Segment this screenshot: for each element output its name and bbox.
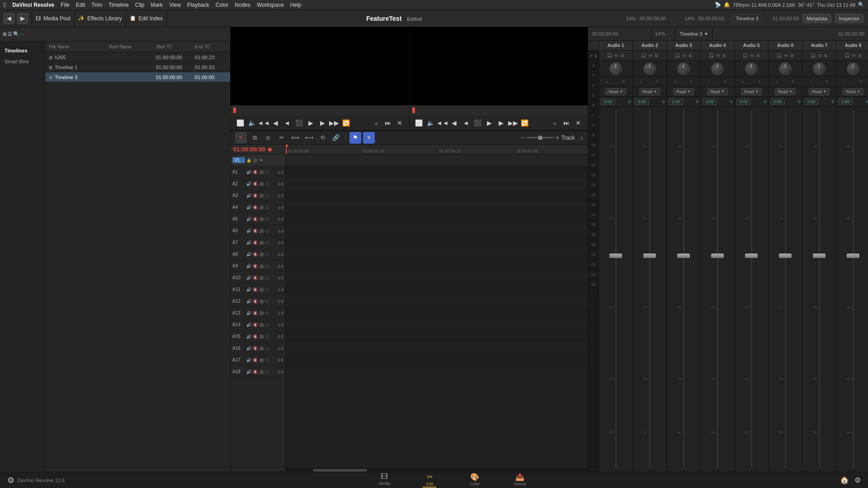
ch-fader-thumb-audio8[interactable] bbox=[847, 253, 859, 258]
track-audio-icon[interactable]: 🔊 bbox=[246, 182, 251, 186]
ch-level-val-audio7[interactable]: 0.00 bbox=[804, 99, 819, 105]
menu-nodes[interactable]: Nodes bbox=[235, 2, 250, 8]
menu-edit[interactable]: Edit bbox=[76, 2, 85, 8]
track-expand[interactable]: ⬡ bbox=[265, 182, 269, 186]
track-num-cell-23[interactable]: 23 bbox=[588, 269, 599, 279]
ch-mute-audio2[interactable]: M bbox=[648, 53, 653, 58]
tl-play[interactable]: ▶ bbox=[485, 118, 495, 128]
apple-icon[interactable]:  bbox=[4, 1, 6, 9]
ch-grid-audio1[interactable]: ⊞ bbox=[620, 53, 625, 58]
source-go-start[interactable]: ◀ bbox=[270, 118, 280, 128]
ch-grid-audio5[interactable]: ⊞ bbox=[755, 53, 761, 58]
audio-track-area-a7[interactable] bbox=[286, 237, 588, 249]
audio-track-area-a8[interactable] bbox=[286, 249, 588, 260]
file-row-h265[interactable]: ▦h265 01:00:00:00 01:00:23: bbox=[45, 52, 230, 62]
ch-fader-area-audio1[interactable]: -10- -20- -30- -40- -50- bbox=[599, 107, 632, 472]
track-expand[interactable]: ⬡ bbox=[265, 170, 269, 174]
ch-headphone-audio8[interactable]: 🎧 bbox=[844, 53, 850, 58]
track-mute[interactable]: 🔇 bbox=[253, 217, 258, 221]
track-label-a12[interactable]: A12 bbox=[232, 299, 245, 304]
track-expand[interactable]: ⬡ bbox=[265, 193, 269, 198]
menu-file[interactable]: File bbox=[61, 2, 69, 8]
track-label-a17[interactable]: A17 bbox=[232, 357, 245, 362]
track-camera[interactable]: 🎥 bbox=[259, 217, 264, 221]
track-camera[interactable]: 🎥 bbox=[259, 276, 264, 280]
chevron-down-icon[interactable]: ▼ bbox=[704, 32, 708, 36]
tl-rev-play[interactable]: ◄ bbox=[461, 118, 471, 128]
track-num-cell-11[interactable]: 11 bbox=[588, 150, 599, 160]
track-audio-icon[interactable]: 🔊 bbox=[246, 358, 251, 362]
track-expand[interactable]: ⬡ bbox=[265, 334, 269, 339]
ch-fader-track-audio6[interactable]: -10- -20- -30- -40- -50- bbox=[785, 110, 786, 468]
track-num-cell-1[interactable]: ✓1 bbox=[588, 51, 599, 61]
track-num-cell-21[interactable]: 21 bbox=[588, 249, 599, 259]
tab-media[interactable]: 🎞 Media bbox=[371, 473, 398, 488]
ch-fader-track-audio4[interactable]: -10- -20- -30- -40- -50- bbox=[717, 110, 718, 468]
ch-headphone-audio4[interactable]: 🎧 bbox=[708, 53, 715, 58]
ch-fader-area-audio5[interactable]: -10- -20- -30- -40- -50- bbox=[735, 107, 768, 472]
ch-level-val-audio8[interactable]: 0.00 bbox=[838, 99, 853, 105]
track-audio-icon[interactable]: 🔊 bbox=[246, 323, 251, 327]
track-mute[interactable]: 🔇 bbox=[253, 287, 258, 292]
v1-track-area[interactable] bbox=[286, 155, 588, 166]
ch-grid-audio3[interactable]: ⊞ bbox=[688, 53, 693, 58]
slide-tool[interactable]: ⟻ bbox=[303, 132, 315, 144]
ch-mode-audio8[interactable]: Read ▼ bbox=[843, 88, 863, 95]
ch-mute-audio1[interactable]: M bbox=[614, 53, 619, 58]
source-rev-play[interactable]: ◄ bbox=[282, 118, 292, 128]
track-audio-icon[interactable]: 🔊 bbox=[246, 229, 251, 233]
ch-fader-area-audio3[interactable]: -10- -20- -30- -40- -50- bbox=[667, 107, 700, 472]
track-label-a6[interactable]: A6 bbox=[232, 228, 245, 233]
panel-list-view[interactable]: ☰ bbox=[8, 31, 12, 37]
track-audio-icon[interactable]: 🔊 bbox=[246, 264, 251, 268]
settings-icon[interactable]: ⚙ bbox=[854, 476, 861, 484]
blade-tool[interactable]: ✂ bbox=[276, 132, 288, 144]
ch-mode-audio1[interactable]: Read ▼ bbox=[605, 88, 626, 95]
track-expand[interactable]: ⬡ bbox=[265, 264, 269, 268]
tc-right-value[interactable]: 00:00:00:01 bbox=[698, 16, 724, 21]
inspector-button[interactable]: Inspector bbox=[835, 14, 863, 23]
menu-color[interactable]: Color bbox=[216, 2, 229, 8]
track-mute[interactable]: 🔇 bbox=[253, 370, 258, 374]
ch-knob-audio2[interactable] bbox=[643, 62, 656, 75]
track-camera[interactable]: 🎥 bbox=[259, 205, 264, 210]
ch-level-val-audio3[interactable]: 0.00 bbox=[669, 99, 683, 105]
audio-track-area-a5[interactable] bbox=[286, 213, 588, 225]
ch-mode-audio4[interactable]: Read ▼ bbox=[707, 88, 727, 95]
ch-knob-audio1[interactable] bbox=[609, 62, 622, 75]
track-label-v1[interactable]: V1 bbox=[232, 157, 245, 163]
zoom-left-value[interactable]: 14% bbox=[626, 16, 636, 21]
track-num-cell-10[interactable]: 10 bbox=[588, 140, 599, 150]
track-num-cell-7[interactable]: 7 bbox=[588, 110, 599, 120]
track-camera[interactable]: 🎥 bbox=[259, 170, 264, 174]
track-audio-icon[interactable]: 🔊 bbox=[246, 346, 251, 351]
track-mute[interactable]: 🔇 bbox=[253, 205, 258, 210]
ch-level-val-audio1[interactable]: 0.00 bbox=[601, 99, 615, 105]
ch-headphone-audio6[interactable]: 🎧 bbox=[776, 53, 783, 58]
tab-color[interactable]: 🎨 Color bbox=[461, 473, 488, 488]
track-mute[interactable]: 🔇 bbox=[253, 240, 258, 245]
menu-view[interactable]: View bbox=[169, 2, 181, 8]
track-num-cell-5[interactable]: 5 bbox=[588, 90, 599, 100]
track-expand[interactable]: ⬡ bbox=[265, 323, 269, 327]
track-camera[interactable]: 🎥 bbox=[259, 252, 264, 257]
ch-level-val-audio4[interactable]: 0.00 bbox=[703, 99, 717, 105]
zoom-slider-thumb[interactable] bbox=[538, 136, 542, 140]
track-label-a5[interactable]: A5 bbox=[232, 216, 245, 221]
track-num-cell-17[interactable]: 17 bbox=[588, 210, 599, 220]
track-camera[interactable]: 🎥 bbox=[259, 311, 264, 315]
audio-track-area-a14[interactable] bbox=[286, 319, 588, 331]
audio-track-area-a18[interactable] bbox=[286, 366, 588, 378]
app-name[interactable]: DaVinci Resolve bbox=[12, 2, 54, 8]
track-num-cell-6[interactable]: 6 bbox=[588, 100, 599, 110]
timeline-empty-area[interactable] bbox=[286, 155, 588, 468]
track-mute[interactable]: 🔇 bbox=[253, 170, 258, 174]
track-label-a3[interactable]: A3 bbox=[232, 193, 245, 198]
track-num-cell-19[interactable]: 19 bbox=[588, 230, 599, 239]
track-mute[interactable]: 🔇 bbox=[253, 358, 258, 362]
track-mute[interactable]: 🔇 bbox=[253, 346, 258, 351]
track-label-a14[interactable]: A14 bbox=[232, 322, 245, 327]
track-num-cell-4[interactable]: 4 bbox=[588, 80, 599, 90]
audio-track-area-a9[interactable] bbox=[286, 260, 588, 272]
track-audio-icon[interactable]: 🔊 bbox=[246, 287, 251, 292]
